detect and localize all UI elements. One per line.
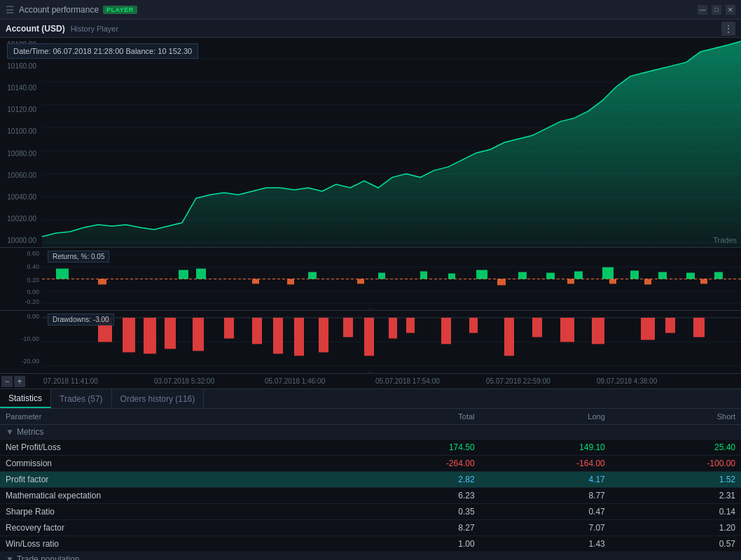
zoom-controls: − + xyxy=(1,376,25,387)
table-row[interactable]: Win/Loss ratio1.001.430.57 xyxy=(0,536,741,552)
svg-rect-63 xyxy=(592,318,604,344)
resize-handle-returns[interactable]: ··· xyxy=(333,307,408,310)
time-label-0: 07.2018 11:41:00 xyxy=(43,377,98,385)
table-row[interactable]: Net Profit/Loss174.50149.1025.40 xyxy=(0,440,741,456)
param-cell: Recovery factor xyxy=(0,520,349,536)
svg-rect-34 xyxy=(357,279,364,284)
minimize-button[interactable]: — xyxy=(698,5,707,15)
chart-y-label: 10060.00 xyxy=(0,172,39,179)
svg-rect-23 xyxy=(518,272,527,279)
returns-tooltip: Returns, %: 0.05 xyxy=(48,251,109,262)
long-cell: 7.07 xyxy=(480,520,611,536)
svg-rect-37 xyxy=(609,279,616,284)
svg-rect-65 xyxy=(665,318,675,333)
svg-rect-58 xyxy=(441,318,451,344)
svg-rect-32 xyxy=(252,279,259,284)
param-cell: Commission xyxy=(0,456,349,472)
svg-rect-64 xyxy=(641,318,655,340)
chart-y-label: 10100.00 xyxy=(0,127,39,135)
param-cell: Win/Loss ratio xyxy=(0,536,349,552)
chart-y-label: 10120.00 xyxy=(0,106,39,113)
expand-icon[interactable]: ▼ xyxy=(6,554,14,560)
returns-y-0: 0.60 xyxy=(27,250,39,257)
long-cell: 8.77 xyxy=(480,488,611,504)
col-short: Short xyxy=(611,409,741,425)
svg-rect-55 xyxy=(364,318,374,356)
svg-rect-16 xyxy=(179,270,188,279)
total-cell: 8.27 xyxy=(349,520,480,536)
svg-rect-25 xyxy=(574,272,583,279)
long-cell: 1.43 xyxy=(480,536,611,552)
svg-rect-53 xyxy=(319,318,328,352)
total-cell: 1.00 xyxy=(349,536,480,552)
short-cell: 0.14 xyxy=(611,504,741,520)
drawdown-chart: Drawdowns: -3.00 0.00 -10.00 -20.00 xyxy=(0,311,741,374)
table-row[interactable]: Sharpe Ratio0.350.470.14 xyxy=(0,504,741,520)
account-menu-button[interactable]: ⋮ xyxy=(721,22,735,36)
close-button[interactable]: ✕ xyxy=(726,5,735,15)
svg-rect-45 xyxy=(123,318,135,352)
short-cell: 0.57 xyxy=(611,536,741,552)
chart-y-label: 10020.00 xyxy=(0,215,39,223)
svg-rect-29 xyxy=(686,273,695,279)
tab-trades[interactable]: Trades (57) xyxy=(51,389,112,408)
expand-icon[interactable]: ▼ xyxy=(6,427,14,437)
total-cell: 174.50 xyxy=(349,440,480,456)
table-row[interactable]: Commission-264.00-164.00-100.00 xyxy=(0,456,741,472)
main-chart-svg xyxy=(42,38,741,247)
svg-rect-61 xyxy=(532,318,542,337)
svg-rect-33 xyxy=(287,279,294,285)
menu-icon[interactable]: ☰ xyxy=(6,4,15,15)
svg-rect-36 xyxy=(567,279,574,284)
svg-rect-57 xyxy=(406,318,415,333)
table-row[interactable]: Recovery factor8.277.071.20 xyxy=(0,520,741,536)
svg-rect-28 xyxy=(658,272,667,279)
zoom-in-button[interactable]: + xyxy=(14,376,25,387)
returns-y-2: 0.20 xyxy=(27,276,39,284)
short-cell: 25.40 xyxy=(611,440,741,456)
returns-y-axis: 0.60 0.40 0.20 0.00 -0.20 xyxy=(0,248,42,310)
svg-rect-21 xyxy=(448,274,455,279)
svg-rect-54 xyxy=(343,318,353,337)
svg-rect-38 xyxy=(644,279,651,285)
time-label-4: 05.07.2018 22:59:00 xyxy=(486,377,550,385)
total-cell: 0.35 xyxy=(349,504,480,520)
svg-rect-19 xyxy=(378,273,385,279)
time-label-3: 05.07.2018 17:54:00 xyxy=(375,377,440,385)
stats-table-container[interactable]: Parameter Total Long Short ▼MetricsNet P… xyxy=(0,409,741,560)
table-row[interactable]: Profit factor2.824.171.52 xyxy=(0,472,741,488)
returns-svg xyxy=(42,248,741,310)
svg-rect-31 xyxy=(98,279,106,285)
maximize-button[interactable]: □ xyxy=(712,5,721,15)
tab-statistics[interactable]: Statistics xyxy=(0,389,51,408)
total-cell: 2.82 xyxy=(349,472,480,488)
param-cell: Profit factor xyxy=(0,472,349,488)
chart-y-label: 10140.00 xyxy=(0,84,39,92)
section-header-row: ▼Metrics xyxy=(0,425,741,440)
tabs-bar: Statistics Trades (57) Orders history (1… xyxy=(0,389,741,409)
time-label-2: 05.07.2018 1:46:00 xyxy=(265,377,325,385)
table-row[interactable]: Mathematical expectation6.238.772.31 xyxy=(0,488,741,504)
chart-y-label: 10080.00 xyxy=(0,150,39,158)
col-parameter: Parameter xyxy=(0,409,349,425)
short-cell: 1.20 xyxy=(611,520,741,536)
long-cell: 0.47 xyxy=(480,504,611,520)
svg-rect-22 xyxy=(476,270,487,279)
chart-y-label: 10040.00 xyxy=(0,193,39,201)
zoom-out-button[interactable]: − xyxy=(1,376,13,387)
section-header-row: ▼Trade population xyxy=(0,552,741,561)
svg-rect-24 xyxy=(546,273,555,279)
drawdown-y-axis: 0.00 -10.00 -20.00 xyxy=(0,311,42,373)
svg-rect-66 xyxy=(693,318,705,337)
tab-orders-history[interactable]: Orders history (116) xyxy=(112,389,205,408)
main-chart-tooltip: Date/Time: 06.07.2018 21:28:00 Balance: … xyxy=(7,43,198,59)
resize-handle-drawdown[interactable]: ··· xyxy=(333,370,408,373)
main-chart-area[interactable] xyxy=(42,38,741,247)
svg-rect-48 xyxy=(193,318,204,351)
long-cell: 149.10 xyxy=(480,440,611,456)
svg-rect-47 xyxy=(165,318,176,349)
stats-table: Parameter Total Long Short ▼MetricsNet P… xyxy=(0,409,741,560)
svg-rect-20 xyxy=(420,272,427,279)
total-cell: 6.23 xyxy=(349,488,480,504)
time-label-5: 09.07.2018 4:38:00 xyxy=(597,377,657,385)
